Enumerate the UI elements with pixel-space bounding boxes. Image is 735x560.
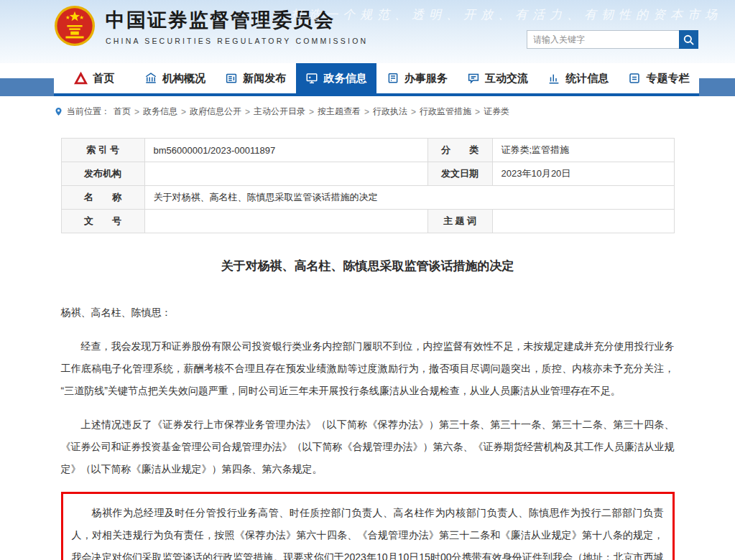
issuing-agency-label: 发布机构 — [61, 162, 144, 186]
keywords-label: 主 题 词 — [427, 210, 492, 233]
breadcrumb-enforcement[interactable]: 行政执法 — [373, 106, 407, 118]
search-icon — [683, 34, 695, 46]
doc-number-value — [144, 210, 427, 233]
issue-date-label: 发文日期 — [427, 162, 492, 186]
search-input[interactable] — [527, 30, 679, 49]
doc-name-value: 关于对杨祺、高名柱、陈慎思采取监管谈话措施的决定 — [144, 186, 674, 210]
table-row: 发布机构 发文日期 2023年10月20日 — [61, 162, 674, 186]
document-title: 关于对杨祺、高名柱、陈慎思采取监管谈话措施的决定 — [61, 258, 675, 274]
breadcrumb-by-topic[interactable]: 按主题查看 — [318, 106, 361, 118]
bank-icon — [144, 72, 157, 85]
location-pin-icon — [54, 106, 63, 117]
main-content: 索 引 号 bm56000001/2023-00011897 分 类 证券类;监… — [45, 138, 690, 560]
doc-number-label: 文 号 — [61, 210, 144, 233]
body-paragraph-2: 上述情况违反了《证券发行上市保荐业务管理办法》（以下简称《保荐办法》）第三十条、… — [61, 414, 675, 480]
nav-item-statistics[interactable]: 统计信息 — [538, 63, 619, 93]
nav-item-interaction[interactable]: 互动交流 — [457, 63, 537, 93]
category-value: 证券类;监管措施 — [492, 139, 674, 162]
topic-icon — [628, 72, 641, 85]
highlighted-paragraph: 杨祺作为总经理及时任分管投行业务高管、时任质控部门负责人、高名柱作为内核部门负责… — [72, 502, 664, 560]
breadcrumb: 当前位置： 首页 > 政务信息 > 政府信息公开 > 主动公开目录 > 按主题查… — [0, 96, 735, 123]
site-header: 中国证券监督管理委员会 CHINA SECURITIES REGULATORY … — [0, 0, 735, 63]
nav-item-news[interactable]: 新闻发布 — [216, 63, 296, 93]
highlighted-decision-box: 杨祺作为总经理及时任分管投行业务高管、时任质控部门负责人、高名柱作为内核部门负责… — [61, 492, 675, 560]
document-meta-table: 索 引 号 bm56000001/2023-00011897 分 类 证券类;监… — [61, 138, 675, 233]
nav-item-home[interactable]: 首页 — [54, 63, 134, 93]
nav-item-topics[interactable]: 专题专栏 — [619, 63, 699, 93]
body-paragraph-1: 经查，我会发现万和证券股份有限公司投资银行类业务内控部门履职不到位，内控监督有效… — [61, 335, 675, 402]
index-number-value: bm56000001/2023-00011897 — [144, 139, 427, 162]
nav-bar: 首页 机构概况 新闻发布 政务信息 办事服务 互动交流 统计信息 — [54, 63, 699, 96]
national-emblem-icon — [54, 5, 96, 47]
breadcrumb-home[interactable]: 首页 — [114, 106, 131, 118]
bar-chart-icon — [547, 72, 560, 85]
site-search — [527, 30, 698, 49]
category-label: 分 类 — [427, 139, 492, 162]
main-nav: 首页 机构概况 新闻发布 政务信息 办事服务 互动交流 统计信息 — [0, 63, 735, 96]
breadcrumb-prefix: 当前位置： — [67, 106, 110, 118]
index-number-label: 索 引 号 — [61, 139, 144, 162]
search-button[interactable] — [679, 30, 698, 49]
table-row: 文 号 主 题 词 — [61, 210, 674, 233]
nav-item-gov-info[interactable]: 政务信息 — [296, 63, 376, 93]
table-row: 名 称 关于对杨祺、高名柱、陈慎思采取监管谈话措施的决定 — [61, 186, 674, 210]
breadcrumb-info-disclosure[interactable]: 政府信息公开 — [190, 106, 241, 118]
nav-item-about[interactable]: 机构概况 — [134, 63, 215, 93]
breadcrumb-securities-category[interactable]: 证券类 — [484, 106, 509, 118]
csrc-logo-icon — [74, 72, 88, 85]
keywords-value — [492, 210, 674, 233]
news-icon — [225, 72, 238, 85]
salutation: 杨祺、高名柱、陈慎思： — [61, 302, 675, 324]
service-icon — [387, 72, 399, 85]
breadcrumb-directory[interactable]: 主动公开目录 — [254, 106, 305, 118]
site-subtitle: CHINA SECURITIES REGULATORY COMMISSION — [106, 37, 368, 45]
issue-date-value: 2023年10月20日 — [492, 162, 674, 186]
breadcrumb-regulatory-measures[interactable]: 行政监管措施 — [420, 106, 471, 118]
document-body: 杨祺、高名柱、陈慎思： 经查，我会发现万和证券股份有限公司投资银行类业务内控部门… — [61, 302, 675, 560]
doc-name-label: 名 称 — [61, 186, 144, 210]
breadcrumb-gov-info[interactable]: 政务信息 — [143, 106, 177, 118]
monitor-icon — [305, 72, 318, 85]
issuing-agency-value — [144, 162, 427, 186]
chat-icon — [467, 72, 480, 85]
table-row: 索 引 号 bm56000001/2023-00011897 分 类 证券类;监… — [61, 139, 674, 162]
nav-item-services[interactable]: 办事服务 — [376, 63, 457, 93]
header-slogan-watermark: 打造一个规范、透明、开放、有活力、有韧性的资本市场 — [291, 6, 722, 23]
